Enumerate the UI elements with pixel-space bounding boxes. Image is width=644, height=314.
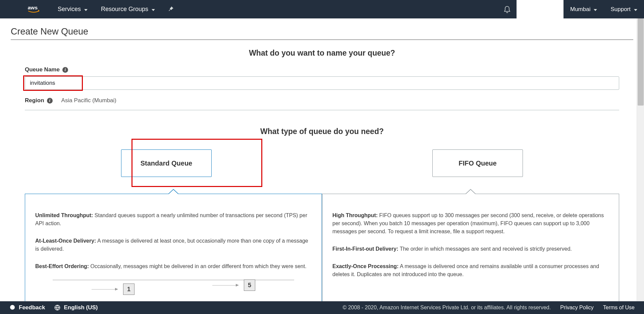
- queue-type-row: Standard Queue FIFO Queue: [11, 149, 633, 177]
- scrollbar-thumb[interactable]: [638, 18, 644, 106]
- fifo-p3: Exactly-Once Processing: A message is de…: [332, 262, 609, 278]
- fifo-queue-option[interactable]: FIFO Queue: [432, 149, 523, 177]
- region-value: Asia Pacific (Mumbai): [61, 97, 116, 104]
- nav-services[interactable]: Services: [51, 0, 94, 18]
- nav-region[interactable]: Mumbai: [564, 0, 604, 18]
- arrow-up-icon: [168, 189, 179, 194]
- info-icon[interactable]: i: [62, 67, 68, 73]
- fifo-p1: High Throughput: FIFO queues support up …: [332, 211, 609, 236]
- account-menu[interactable]: [517, 0, 564, 18]
- feedback-link[interactable]: Feedback: [9, 304, 45, 311]
- name-heading: What do you want to name your queue?: [11, 49, 633, 58]
- feedback-label: Feedback: [19, 304, 45, 311]
- arrow-right-icon: [212, 285, 238, 286]
- region-label: Region: [25, 97, 44, 104]
- speech-bubble-icon: [9, 305, 15, 311]
- queue-name-label: Queue Name i: [25, 66, 68, 73]
- queue-name-input[interactable]: [25, 76, 619, 90]
- nav-services-label: Services: [58, 6, 81, 13]
- caret-down-icon: [594, 6, 597, 13]
- type-heading: What type of queue do you need?: [11, 127, 633, 136]
- top-nav: aws Services Resource Groups Mumbai Supp…: [0, 0, 644, 18]
- language-selector[interactable]: English (US): [54, 304, 98, 311]
- divider: [25, 110, 619, 110]
- page-title: Create New Queue: [11, 18, 633, 40]
- diagram-cell: 5: [212, 275, 255, 295]
- globe-icon: [54, 305, 60, 311]
- nav-resource-groups-label: Resource Groups: [101, 6, 148, 13]
- region-row: Region i Asia Pacific (Mumbai): [25, 97, 619, 104]
- language-label: English (US): [64, 304, 98, 311]
- nav-support[interactable]: Support: [604, 0, 644, 18]
- notifications-icon[interactable]: [498, 0, 517, 18]
- info-icon[interactable]: i: [47, 98, 53, 104]
- aws-logo[interactable]: aws: [0, 5, 51, 14]
- nav-right: Mumbai Support: [498, 0, 644, 18]
- copyright-text: © 2008 - 2020, Amazon Internet Services …: [342, 305, 551, 311]
- standard-p3: Best-Effort Ordering: Occasionally, mess…: [35, 262, 312, 270]
- standard-queue-option[interactable]: Standard Queue: [121, 149, 212, 177]
- fifo-p2: First-In-First-out Delivery: The order i…: [332, 245, 609, 253]
- svg-point-1: [10, 305, 15, 310]
- nav-resource-groups[interactable]: Resource Groups: [94, 0, 162, 18]
- standard-queue-detail: Unlimited Throughput: Standard queues su…: [25, 194, 322, 301]
- fifo-queue-detail: High Throughput: FIFO queues support up …: [322, 194, 619, 301]
- caret-down-icon: [152, 6, 155, 13]
- main-content: Create New Queue What do you want to nam…: [0, 18, 644, 301]
- privacy-link[interactable]: Privacy Policy: [560, 305, 594, 311]
- standard-p1: Unlimited Throughput: Standard queues su…: [35, 211, 312, 228]
- queue-name-label-text: Queue Name: [25, 66, 60, 73]
- diagram-box: 1: [123, 284, 135, 295]
- nav-support-label: Support: [610, 6, 631, 13]
- standard-p2: At-Least-Once Delivery: A message is del…: [35, 237, 312, 253]
- arrow-right-icon: [92, 289, 118, 290]
- diagram-cell: 1: [92, 284, 135, 295]
- caret-down-icon: [634, 6, 637, 13]
- pin-icon[interactable]: [162, 6, 180, 13]
- standard-queue-label: Standard Queue: [141, 160, 192, 167]
- fifo-queue-label: FIFO Queue: [459, 160, 496, 167]
- diagram-box: 5: [244, 279, 255, 291]
- arrow-up-icon: [465, 189, 476, 194]
- caret-down-icon: [84, 6, 88, 13]
- nav-region-label: Mumbai: [570, 6, 590, 13]
- terms-link[interactable]: Terms of Use: [603, 305, 635, 311]
- footer: Feedback English (US) © 2008 - 2020, Ama…: [0, 301, 644, 314]
- scrollbar-track[interactable]: [637, 18, 644, 301]
- svg-text:aws: aws: [28, 5, 38, 10]
- queue-type-details: Unlimited Throughput: Standard queues su…: [25, 194, 619, 301]
- standard-diagram: 1 5: [53, 280, 294, 295]
- queue-name-field: Queue Name i: [25, 66, 619, 90]
